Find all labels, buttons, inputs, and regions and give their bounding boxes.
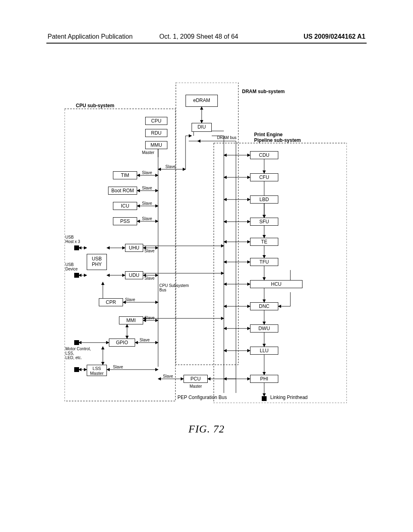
box-mmu: MMU: [145, 141, 167, 149]
box-usbphy: USB PHY: [87, 254, 107, 270]
lbl-slave-pss: Slave: [142, 216, 152, 221]
lbl-motor: Motor Control, LSS, LED, etc.: [65, 347, 91, 360]
box-cdu: CDU: [250, 151, 278, 159]
lbl-slave-udu: Slave: [144, 276, 154, 281]
port-motor: [74, 340, 79, 345]
lbl-cpu-bus: CPU Subsystem Bus: [159, 283, 189, 292]
box-pcu: PCU: [184, 375, 208, 383]
lbl-pep-bus: PEP Configuration Bus: [177, 395, 227, 400]
region-label-pep: Print Engine Pipeline sub-system: [254, 132, 301, 143]
lbl-slave-lss: Slave: [113, 365, 123, 369]
header-left: Patent Application Publication: [48, 33, 133, 40]
box-phi: PHI: [250, 375, 278, 383]
lbl-slave-cpr: Slave: [125, 297, 135, 302]
lbl-dram-bus: DRAM bus: [217, 135, 236, 140]
box-bootrom: Boot ROM: [108, 187, 137, 195]
region-label-dram: DRAM sub-system: [242, 89, 285, 94]
box-edram: eDRAM: [186, 95, 218, 107]
box-rdu: RDU: [145, 129, 167, 137]
box-pss: PSS: [113, 217, 137, 225]
port-lss-out: [74, 367, 79, 372]
box-uhu: UHU: [125, 244, 143, 252]
lbl-slave-mmi: Slave: [144, 316, 154, 320]
region-label-cpu: CPU sub-system: [76, 103, 114, 108]
box-llu: LLU: [250, 347, 278, 355]
box-sfu: SFU: [250, 218, 278, 226]
box-lss: LSS Master: [87, 365, 107, 376]
lbl-slave-top: Slave: [165, 164, 175, 169]
lbl-slave-boot: Slave: [142, 186, 152, 190]
port-printhead: [262, 396, 267, 401]
figure-caption: FIG. 72: [0, 423, 413, 435]
box-hcu: HCU: [250, 280, 302, 288]
box-tim: TIM: [113, 171, 137, 179]
lbl-master-pcu: Master: [190, 384, 202, 389]
box-tfu: TFU: [250, 258, 278, 266]
lbl-slave-pcu: Slave: [163, 374, 173, 378]
box-gpio: GPIO: [109, 339, 135, 347]
lbl-slave-gpio: Slave: [140, 338, 150, 342]
box-mmi: MMI: [119, 316, 143, 324]
diagram: CPU sub-system DRAM sub-system Print Eng…: [65, 83, 347, 403]
lbl-slave-uhu: Slave: [144, 249, 154, 253]
port-usb-device: [74, 273, 79, 278]
lbl-slave-icu: Slave: [142, 201, 152, 206]
box-cpu: CPU: [145, 117, 167, 125]
box-udu: UDU: [125, 271, 143, 279]
page-header: Patent Application Publication Oct. 1, 2…: [0, 33, 413, 45]
lbl-usb-device: USB Device: [65, 262, 78, 271]
lbl-master1: Master: [142, 150, 154, 155]
lbl-slave-tim: Slave: [142, 170, 152, 175]
box-te: TE: [250, 238, 278, 246]
box-lbd: LBD: [250, 195, 278, 204]
header-mid: Oct. 1, 2009 Sheet 48 of 64: [159, 33, 238, 40]
box-dwu: DWU: [250, 324, 278, 332]
box-icu: ICU: [113, 202, 137, 210]
lbl-linking: Linking Printhead: [270, 395, 308, 400]
box-cpr: CPR: [99, 298, 123, 306]
svg-rect-2: [214, 143, 347, 403]
box-diu: DIU: [192, 123, 212, 132]
lbl-usb-host: USB Host x 3: [65, 235, 80, 244]
box-dnc: DNC: [250, 302, 278, 310]
box-cfu: CFU: [250, 173, 278, 181]
header-right: US 2009/0244162 A1: [304, 33, 365, 40]
header-rule: [46, 43, 367, 44]
port-usb-host: [74, 245, 79, 250]
